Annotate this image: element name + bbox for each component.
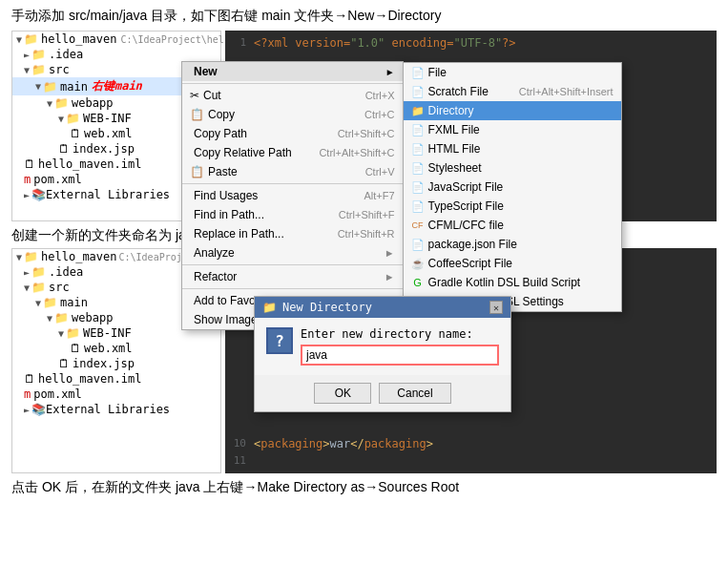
dialog-question-icon: ? — [266, 327, 293, 354]
context-copy-path[interactable]: Copy Path Ctrl+Shift+C — [182, 124, 403, 143]
copy-path-shortcut: Ctrl+Shift+C — [338, 128, 395, 139]
dialog-cancel-button[interactable]: Cancel — [379, 383, 450, 404]
arrow: ▼ — [24, 65, 30, 75]
iml-label: hello_maven.iml — [38, 157, 141, 171]
context-paste[interactable]: 📋 Paste Ctrl+V — [182, 162, 403, 181]
dialog-content: Enter new directory name: — [301, 327, 499, 366]
b-tree-webxml[interactable]: 🗒 web.xml — [12, 341, 220, 356]
arrow: ▼ — [58, 114, 64, 124]
submenu-cfml[interactable]: CF CFML/CFC file — [404, 216, 621, 235]
submenu-directory[interactable]: 📁 Directory — [404, 101, 621, 120]
xml-end: ?> — [502, 36, 515, 50]
xml-enc: encoding= — [385, 36, 453, 50]
submenu-coffee[interactable]: ☕ CoffeeScript File — [404, 254, 621, 273]
copy-path-label: Copy Path — [194, 127, 247, 140]
context-analyze[interactable]: Analyze ► — [182, 243, 403, 262]
context-find-usages[interactable]: Find Usages Alt+F7 — [182, 186, 403, 205]
top-section: ▼ 📁 hello_maven C:\IdeaProject\hello_mav… — [11, 31, 717, 221]
separator4 — [182, 288, 403, 289]
directory-name-input[interactable] — [301, 345, 499, 366]
dialog-close-button[interactable]: ✕ — [489, 301, 503, 314]
b-tree-extlibs[interactable]: ► 📚 External Libraries — [12, 402, 220, 417]
b-tree-indexjsp[interactable]: 🗒 index.jsp — [12, 356, 220, 371]
ts-icon: 📄 — [411, 199, 425, 213]
folder-icon: 📁 — [24, 32, 38, 46]
gradle-build-label: Gradle Kotlin DSL Build Script — [428, 276, 581, 289]
arrow: ▼ — [58, 328, 64, 339]
webinf-label: WEB-INF — [83, 112, 132, 125]
iml-file-icon: 🗒 — [24, 157, 35, 171]
line-content: <packaging>war</packaging> — [254, 435, 433, 452]
webxml-label: web.xml — [84, 127, 133, 140]
submenu-stylesheet[interactable]: 📄 Stylesheet — [404, 158, 621, 178]
pkgjson-label: package.json File — [428, 238, 517, 251]
new-arrow: ► — [385, 67, 395, 77]
folder-icon: 📁 — [43, 296, 57, 309]
copy-rel-label: Copy Relative Path — [194, 146, 292, 159]
b-editor-line-10: 10 <packaging>war</packaging> — [225, 435, 717, 452]
packaging-close: packaging — [364, 437, 426, 450]
b-editor-line-11: 11 — [225, 452, 717, 470]
submenu-gradle-build[interactable]: G Gradle Kotlin DSL Build Script — [404, 273, 621, 292]
b-webapp-label: webapp — [72, 311, 113, 324]
main-label: main — [60, 80, 88, 94]
scratch-label: Scratch File — [428, 85, 489, 98]
cfml-icon: CF — [411, 219, 425, 232]
dialog-ok-button[interactable]: OK — [314, 383, 371, 404]
jsp-icon: 🗒 — [58, 357, 70, 370]
context-find-path[interactable]: Find in Path... Ctrl+Shift+F — [182, 205, 403, 224]
b-tree-iml[interactable]: 🗒 hello_maven.iml — [12, 371, 220, 387]
new-label: New — [194, 65, 218, 78]
fxml-icon: 📄 — [411, 123, 425, 136]
xml-enc-val: "UTF-8" — [454, 36, 503, 50]
b-pom-label: pom.xml — [33, 387, 82, 401]
copy-icon: 📋 — [190, 108, 204, 121]
src-label: src — [49, 63, 70, 76]
submenu-scratch[interactable]: 📄 Scratch File Ctrl+Alt+Shift+Insert — [404, 82, 621, 101]
analyze-arrow: ► — [385, 247, 395, 259]
b-indexjsp-label: index.jsp — [73, 357, 135, 370]
b-src-label: src — [49, 281, 70, 294]
new-directory-dialog: 📁 New Directory ✕ ? Enter new directory … — [254, 296, 511, 412]
folder-icon: 📁 — [31, 63, 46, 76]
ts-label: TypeScript File — [428, 199, 504, 213]
context-copy-rel[interactable]: Copy Relative Path Ctrl+Alt+Shift+C — [182, 143, 403, 162]
copy-label: Copy — [208, 108, 235, 121]
tree-root[interactable]: ▼ 📁 hello_maven C:\IdeaProject\hello_mav… — [12, 31, 220, 47]
directory-icon: 📁 — [411, 104, 425, 117]
context-copy[interactable]: 📋 Copy Ctrl+C — [182, 105, 403, 124]
context-cut[interactable]: ✂ Cut Ctrl+X — [182, 86, 403, 105]
separator — [182, 83, 403, 84]
pom-file-icon: m — [24, 173, 31, 186]
submenu-html[interactable]: 📄 HTML File — [404, 139, 621, 158]
line-number: 1 — [225, 34, 254, 52]
b-tree-pom[interactable]: m pom.xml — [12, 387, 220, 402]
tree-idea[interactable]: ► 📁 .idea — [12, 47, 220, 62]
submenu-fxml[interactable]: 📄 FXML File — [404, 120, 621, 139]
file-label: File — [428, 66, 447, 79]
submenu-ts[interactable]: 📄 TypeScript File — [404, 197, 621, 216]
analyze-label: Analyze — [194, 246, 235, 260]
xml-file-icon: 🗒 — [70, 127, 81, 140]
dialog-title-bar: 📁 New Directory ✕ — [255, 297, 510, 318]
jsp-file-icon: 🗒 — [58, 142, 70, 156]
separator2 — [182, 183, 403, 184]
idea-label: .idea — [49, 48, 83, 61]
context-new[interactable]: New ► — [182, 62, 403, 81]
copy-shortcut: Ctrl+C — [364, 109, 394, 120]
paste-icon: 📋 — [190, 165, 204, 178]
replace-shortcut: Ctrl+Shift+R — [338, 228, 395, 240]
tag: </ — [350, 437, 364, 450]
submenu-js[interactable]: 📄 JavaScript File — [404, 178, 621, 197]
submenu-file[interactable]: 📄 File — [404, 63, 621, 82]
folder-icon: 📁 — [31, 48, 46, 61]
b-main-label: main — [60, 296, 88, 309]
context-replace[interactable]: Replace in Path... Ctrl+Shift+R — [182, 224, 403, 243]
find-path-shortcut: Ctrl+Shift+F — [339, 209, 395, 220]
b-project-name: hello_maven — [41, 250, 116, 263]
extlibs-icon: 📚 — [31, 188, 46, 201]
right-click-annotation: 右键main — [92, 78, 142, 94]
submenu-pkgjson[interactable]: 📄 package.json File — [404, 235, 621, 254]
cut-shortcut: Ctrl+X — [365, 90, 395, 101]
context-refactor[interactable]: Refactor ► — [182, 267, 403, 286]
